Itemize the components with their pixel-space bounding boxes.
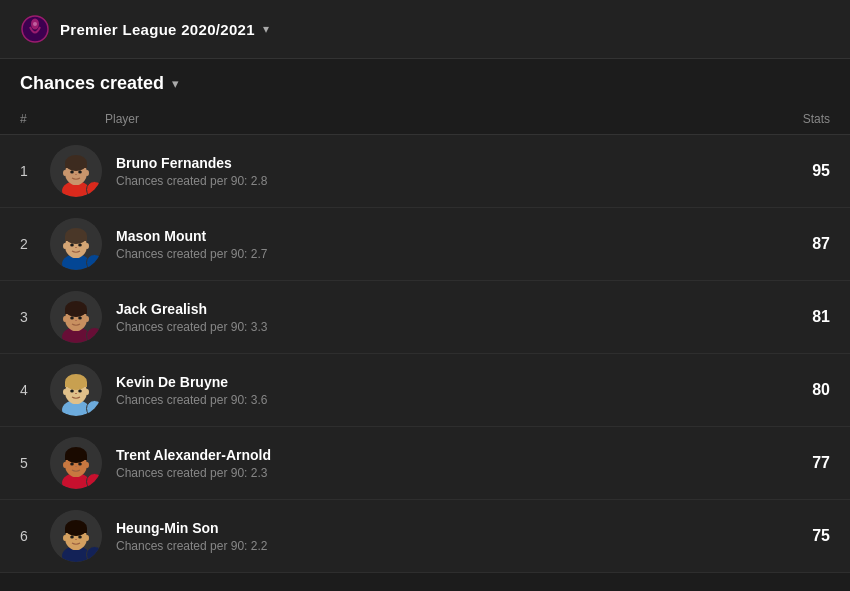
player-stat-detail: Chances created per 90: 2.2 (116, 539, 770, 553)
svg-point-59 (70, 536, 74, 539)
header-dropdown-icon[interactable]: ▾ (263, 22, 269, 36)
table-row[interactable]: 1 (0, 135, 850, 208)
player-name: Heung-Min Son (116, 520, 770, 536)
stat-dropdown-icon[interactable]: ▾ (172, 76, 179, 91)
player-info: Mason Mount Chances created per 90: 2.7 (116, 228, 770, 261)
avatar (50, 510, 102, 562)
player-name: Kevin De Bruyne (116, 374, 770, 390)
svg-rect-28 (65, 309, 87, 314)
svg-point-11 (63, 170, 67, 176)
player-info: Heung-Min Son Chances created per 90: 2.… (116, 520, 770, 553)
svg-point-30 (78, 317, 82, 320)
league-title: Premier League 2020/2021 (60, 21, 255, 38)
club-badge-icon (86, 473, 102, 489)
player-info: Trent Alexander-Arnold Chances created p… (116, 447, 770, 480)
player-col-header: Player (50, 112, 770, 126)
svg-point-20 (78, 244, 82, 247)
player-info: Jack Grealish Chances created per 90: 3.… (116, 301, 770, 334)
table-row[interactable]: 5 (0, 427, 850, 500)
svg-point-32 (85, 316, 89, 322)
svg-point-10 (78, 171, 82, 174)
stat-value: 87 (770, 235, 830, 253)
table-row[interactable]: 6 (0, 500, 850, 573)
player-name: Mason Mount (116, 228, 770, 244)
sub-header: Chances created ▾ (0, 59, 850, 104)
svg-point-19 (70, 244, 74, 247)
svg-rect-18 (65, 236, 87, 241)
svg-rect-48 (65, 455, 87, 460)
stat-value: 77 (770, 454, 830, 472)
svg-point-41 (63, 389, 67, 395)
stat-value: 80 (770, 381, 830, 399)
rank-col-header: # (20, 112, 50, 126)
table-row[interactable]: 3 (0, 281, 850, 354)
svg-point-9 (70, 171, 74, 174)
avatar (50, 437, 102, 489)
svg-point-22 (85, 243, 89, 249)
svg-point-61 (63, 535, 67, 541)
club-badge-icon (86, 181, 102, 197)
svg-point-12 (85, 170, 89, 176)
club-badge-icon (86, 327, 102, 343)
club-badge-icon (86, 254, 102, 270)
svg-point-2 (33, 22, 37, 26)
svg-rect-38 (65, 382, 87, 387)
player-stat-detail: Chances created per 90: 3.3 (116, 320, 770, 334)
stat-value: 81 (770, 308, 830, 326)
stat-value: 95 (770, 162, 830, 180)
club-badge-icon (86, 400, 102, 416)
svg-point-52 (85, 462, 89, 468)
svg-point-31 (63, 316, 67, 322)
svg-point-42 (85, 389, 89, 395)
stat-value: 75 (770, 527, 830, 545)
club-badge-icon (86, 546, 102, 562)
svg-rect-58 (65, 528, 87, 533)
player-stat-detail: Chances created per 90: 2.3 (116, 466, 770, 480)
player-name: Trent Alexander-Arnold (116, 447, 770, 463)
players-list: 1 (0, 135, 850, 573)
svg-point-29 (70, 317, 74, 320)
table-row[interactable]: 4 (0, 354, 850, 427)
player-stat-detail: Chances created per 90: 2.7 (116, 247, 770, 261)
app-container: Premier League 2020/2021 ▾ Chances creat… (0, 0, 850, 591)
avatar (50, 218, 102, 270)
stats-col-header: Stats (770, 112, 830, 126)
svg-point-51 (63, 462, 67, 468)
player-stat-detail: Chances created per 90: 3.6 (116, 393, 770, 407)
avatar (50, 364, 102, 416)
svg-point-60 (78, 536, 82, 539)
rank-number: 2 (20, 236, 50, 252)
svg-point-39 (70, 390, 74, 393)
avatar (50, 291, 102, 343)
rank-number: 3 (20, 309, 50, 325)
rank-number: 6 (20, 528, 50, 544)
header: Premier League 2020/2021 ▾ (0, 0, 850, 59)
svg-point-49 (70, 463, 74, 466)
player-name: Jack Grealish (116, 301, 770, 317)
rank-number: 4 (20, 382, 50, 398)
svg-point-62 (85, 535, 89, 541)
rank-number: 1 (20, 163, 50, 179)
rank-number: 5 (20, 455, 50, 471)
svg-rect-8 (65, 163, 87, 168)
table-row[interactable]: 2 (0, 208, 850, 281)
player-stat-detail: Chances created per 90: 2.8 (116, 174, 770, 188)
svg-point-40 (78, 390, 82, 393)
player-info: Kevin De Bruyne Chances created per 90: … (116, 374, 770, 407)
avatar (50, 145, 102, 197)
svg-point-50 (78, 463, 82, 466)
svg-point-21 (63, 243, 67, 249)
player-name: Bruno Fernandes (116, 155, 770, 171)
table-header: # Player Stats (0, 104, 850, 135)
stat-title: Chances created (20, 73, 164, 94)
pl-logo-icon (20, 14, 50, 44)
player-info: Bruno Fernandes Chances created per 90: … (116, 155, 770, 188)
